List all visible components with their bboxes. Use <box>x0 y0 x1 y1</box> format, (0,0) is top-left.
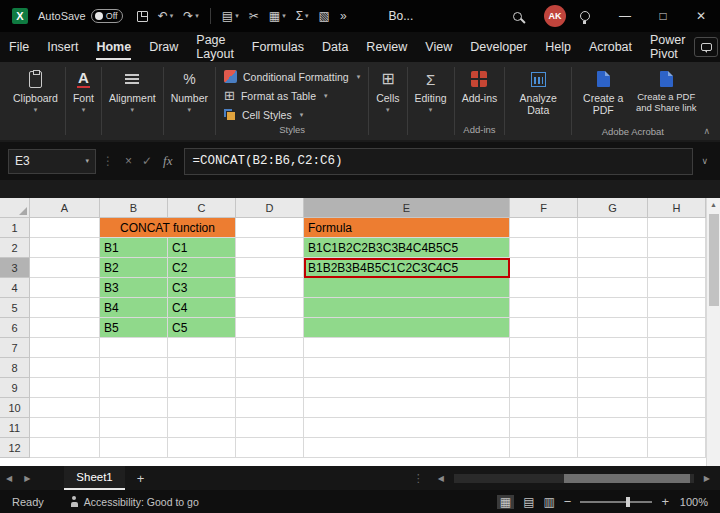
horizontal-scroll-thumb[interactable] <box>564 474 690 483</box>
cell-G8[interactable] <box>578 358 648 378</box>
cell-B11[interactable] <box>100 418 168 438</box>
cell-B9[interactable] <box>100 378 168 398</box>
tab-file[interactable]: File <box>0 32 38 62</box>
autosave-control[interactable]: AutoSave Off <box>38 9 123 23</box>
cell-D11[interactable] <box>236 418 304 438</box>
cell-B2[interactable]: B1 <box>100 238 168 258</box>
cell-E1[interactable]: Formula <box>304 218 510 238</box>
column-header-F[interactable]: F <box>510 198 578 218</box>
add-sheet-button[interactable]: + <box>125 471 157 486</box>
formula-input[interactable]: =CONCAT(B2:B6,C2:C6) <box>184 148 693 175</box>
cell-G11[interactable] <box>578 418 648 438</box>
cell-H10[interactable] <box>648 398 706 418</box>
tab-formulas[interactable]: Formulas <box>243 32 313 62</box>
maximize-button[interactable]: □ <box>644 0 682 32</box>
cut-button[interactable]: ✂ <box>245 4 263 28</box>
add-ins-group[interactable]: Add-ins Add-ins <box>455 62 505 140</box>
cell-D8[interactable] <box>236 358 304 378</box>
cell-C6[interactable]: C5 <box>168 318 236 338</box>
row-header-11[interactable]: 11 <box>0 418 30 438</box>
cell-C12[interactable] <box>168 438 236 458</box>
cell-H2[interactable] <box>648 238 706 258</box>
cell-D10[interactable] <box>236 398 304 418</box>
cell-F6[interactable] <box>510 318 578 338</box>
accessibility-status[interactable]: Accessibility: Good to go <box>84 496 199 508</box>
cell-B4[interactable]: B3 <box>100 278 168 298</box>
row-header-6[interactable]: 6 <box>0 318 30 338</box>
cell-B1[interactable]: CONCAT function <box>100 218 236 238</box>
cell-A4[interactable] <box>30 278 100 298</box>
insert-function-button[interactable]: fx <box>157 153 178 169</box>
cell-E5[interactable] <box>304 298 510 318</box>
conditional-formatting-button[interactable]: Conditional Formatting ▾ <box>224 67 360 86</box>
cell-A3[interactable] <box>30 258 100 278</box>
row-header-10[interactable]: 10 <box>0 398 30 418</box>
font-group-button[interactable]: A Font ▾ <box>66 62 101 140</box>
column-header-E[interactable]: E <box>304 198 510 218</box>
cell-E3[interactable]: B1B2B3B4B5C1C2C3C4C5 <box>304 258 510 278</box>
cell-H6[interactable] <box>648 318 706 338</box>
row-header-7[interactable]: 7 <box>0 338 30 358</box>
scroll-left-icon[interactable]: ◀ <box>432 474 450 483</box>
cell-D1[interactable] <box>236 218 304 238</box>
cell-F2[interactable] <box>510 238 578 258</box>
cells-group-button[interactable]: ⊞ Cells ▾ <box>369 62 406 140</box>
row-header-2[interactable]: 2 <box>0 238 30 258</box>
cell-A6[interactable] <box>30 318 100 338</box>
cell-B6[interactable]: B5 <box>100 318 168 338</box>
previous-sheet-icon[interactable]: ◀ <box>0 474 18 483</box>
cell-E9[interactable] <box>304 378 510 398</box>
cell-F7[interactable] <box>510 338 578 358</box>
row-header-8[interactable]: 8 <box>0 358 30 378</box>
paste-button[interactable]: ▤▾ <box>218 4 243 28</box>
cell-E8[interactable] <box>304 358 510 378</box>
cell-H8[interactable] <box>648 358 706 378</box>
save-button[interactable] <box>133 4 152 28</box>
zoom-level[interactable]: 100% <box>678 496 708 508</box>
next-sheet-icon[interactable]: ▶ <box>18 474 36 483</box>
cell-B3[interactable]: B2 <box>100 258 168 278</box>
cell-A10[interactable] <box>30 398 100 418</box>
cell-D5[interactable] <box>236 298 304 318</box>
cell-B12[interactable] <box>100 438 168 458</box>
cell-H4[interactable] <box>648 278 706 298</box>
cell-G12[interactable] <box>578 438 648 458</box>
cell-B10[interactable] <box>100 398 168 418</box>
cell-E7[interactable] <box>304 338 510 358</box>
horizontal-scroll-track[interactable] <box>454 474 694 483</box>
editing-group-button[interactable]: Σ Editing ▾ <box>408 62 454 140</box>
cell-G5[interactable] <box>578 298 648 318</box>
tab-insert[interactable]: Insert <box>38 32 87 62</box>
cell-C10[interactable] <box>168 398 236 418</box>
cell-G7[interactable] <box>578 338 648 358</box>
row-header-5[interactable]: 5 <box>0 298 30 318</box>
cell-A1[interactable] <box>30 218 100 238</box>
page-layout-view-button[interactable]: ▤ <box>523 496 534 508</box>
cell-C5[interactable]: C4 <box>168 298 236 318</box>
cell-G9[interactable] <box>578 378 648 398</box>
cell-H7[interactable] <box>648 338 706 358</box>
undo-button[interactable]: ↶▾ <box>154 4 178 28</box>
tab-splitter-icon[interactable]: ⋮ <box>405 472 432 485</box>
tab-page-layout[interactable]: Page Layout <box>187 32 243 62</box>
cell-D7[interactable] <box>236 338 304 358</box>
tab-power-pivot[interactable]: Power Pivot <box>641 32 694 62</box>
search-icon[interactable] <box>513 12 522 21</box>
cell-B8[interactable] <box>100 358 168 378</box>
row-header-12[interactable]: 12 <box>0 438 30 458</box>
expand-formula-bar-icon[interactable]: ∨ <box>693 156 712 166</box>
cell-D3[interactable] <box>236 258 304 278</box>
cell-C4[interactable]: C3 <box>168 278 236 298</box>
column-header-D[interactable]: D <box>236 198 304 218</box>
more-commands-button[interactable]: » <box>336 4 351 28</box>
cell-E4[interactable] <box>304 278 510 298</box>
column-header-G[interactable]: G <box>578 198 648 218</box>
cell-A2[interactable] <box>30 238 100 258</box>
cell-D9[interactable] <box>236 378 304 398</box>
column-header-H[interactable]: H <box>648 198 706 218</box>
cell-H5[interactable] <box>648 298 706 318</box>
cell-C9[interactable] <box>168 378 236 398</box>
zoom-out-button[interactable]: − <box>564 495 572 508</box>
cell-E6[interactable] <box>304 318 510 338</box>
cell-G1[interactable] <box>578 218 648 238</box>
